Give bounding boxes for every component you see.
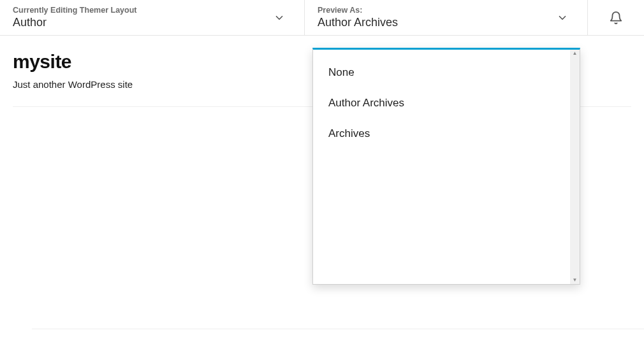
dropdown-item-author-archives[interactable]: Author Archives — [313, 88, 570, 118]
layout-selector[interactable]: Currently Editing Themer Layout Author — [0, 0, 305, 35]
preview-dropdown-panel: None Author Archives Archives ▲ ▼ — [312, 48, 580, 285]
top-bar: Currently Editing Themer Layout Author P… — [0, 0, 644, 36]
bell-icon — [609, 11, 623, 25]
preview-label: Preview As: — [318, 5, 574, 15]
notifications-button[interactable] — [588, 0, 644, 35]
scroll-up-icon[interactable]: ▲ — [573, 51, 578, 56]
scrollbar[interactable]: ▲ ▼ — [570, 50, 580, 284]
dropdown-item-archives[interactable]: Archives — [313, 118, 570, 149]
chevron-down-icon[interactable] — [557, 12, 568, 24]
chevron-down-icon[interactable] — [274, 12, 285, 24]
dropdown-list: None Author Archives Archives — [313, 50, 570, 284]
divider — [32, 329, 644, 329]
scroll-down-icon[interactable]: ▼ — [573, 278, 578, 283]
preview-value: Author Archives — [318, 15, 574, 30]
dropdown-item-none[interactable]: None — [313, 57, 570, 88]
layout-label: Currently Editing Themer Layout — [13, 5, 291, 15]
preview-selector[interactable]: Preview As: Author Archives — [305, 0, 588, 35]
layout-value: Author — [13, 15, 291, 30]
